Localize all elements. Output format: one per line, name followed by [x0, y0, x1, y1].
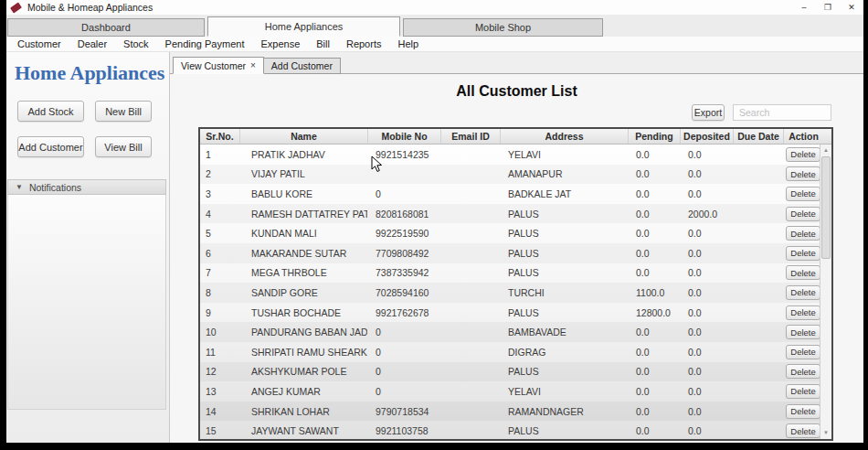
table-row: 12 AKSHYKUMAR POLE 0 PALUS 0.0 0.0 [200, 362, 831, 382]
delete-button[interactable]: Delete [786, 207, 820, 221]
tab-close-icon[interactable]: × [250, 60, 256, 70]
col-header-mobile[interactable]: Mobile No [367, 129, 440, 144]
delete-button[interactable]: Delete [786, 187, 820, 201]
delete-button[interactable]: Delete [786, 226, 820, 241]
top-tab-strip: Dashboard Home Appliances Mobile Shop [6, 15, 863, 37]
table-row: 8 SANDIP GORE 7028594160 TURCHI 1100.0 0… [200, 283, 831, 303]
cell-address: BAMBAVADE [500, 327, 628, 338]
delete-button[interactable]: Delete [786, 285, 820, 300]
table-row: 13 ANGEJ KUMAR 0 YELAVI 0.0 0.0 D [200, 381, 831, 402]
tab-mobile-shop[interactable]: Mobile Shop [403, 18, 603, 37]
delete-button[interactable]: Delete [786, 166, 820, 181]
cell-srno: 10 [200, 327, 239, 338]
col-header-name[interactable]: Name [239, 129, 367, 144]
delete-button[interactable]: Delete [786, 325, 820, 339]
cell-name: KUNDAN MALI [239, 228, 367, 239]
tab-view-customer[interactable]: View Customer × [173, 57, 264, 74]
delete-button[interactable]: Delete [786, 423, 820, 438]
cell-name: MEGA THRBOLE [239, 267, 367, 278]
table-header-row: Sr.No. Name Mobile No Email ID Address P… [200, 129, 831, 145]
table-row: 11 SHRIPATI RAMU SHEARKAR 0 DIGRAG 0.0 0… [200, 342, 831, 362]
menu-expense[interactable]: Expense [252, 38, 308, 49]
table-scrollbar[interactable]: ▲ ▼ [820, 145, 831, 439]
menu-stock[interactable]: Stock [115, 38, 157, 49]
col-header-pending[interactable]: Pending [628, 129, 680, 144]
menu-bill[interactable]: Bill [308, 38, 338, 49]
new-bill-button[interactable]: New Bill [95, 101, 152, 122]
sidebar-button-grid: Add Stock New Bill Add Customer View Bil… [17, 101, 152, 157]
tab-add-customer[interactable]: Add Customer [264, 58, 341, 74]
cell-pending: 0.0 [628, 406, 680, 417]
cell-address: BADKALE JAT [500, 188, 628, 199]
cell-name: MAKARANDE SUTAR [239, 248, 367, 259]
cell-srno: 4 [200, 209, 239, 220]
app-icon [10, 2, 22, 13]
cell-action: Delete [783, 147, 823, 162]
menu-dealer[interactable]: Dealer [69, 38, 115, 49]
menu-customer[interactable]: Customer [9, 38, 69, 49]
col-header-address[interactable]: Address [500, 129, 628, 144]
notifications-header[interactable]: ▼ Notifications [7, 179, 166, 195]
cell-pending: 12800.0 [628, 307, 680, 318]
table-row: 7 MEGA THRBOLE 7387335942 PALUS 0.0 0.0 [200, 263, 831, 284]
cell-name: ANGEJ KUMAR [239, 386, 367, 397]
delete-button[interactable]: Delete [786, 246, 820, 261]
delete-button[interactable]: Delete [786, 364, 820, 379]
cell-mobile: 0 [367, 347, 440, 358]
cell-name: RAMESH DATTATREY PATIL [239, 209, 367, 220]
cell-pending: 1100.0 [628, 287, 680, 298]
cell-action: Delete [783, 187, 823, 201]
delete-button[interactable]: Delete [786, 384, 820, 399]
table-row: 14 SHRIKAN LOHAR 9790718534 RAMANDNAGER … [200, 402, 831, 422]
scroll-up-icon[interactable]: ▲ [820, 145, 831, 155]
delete-button[interactable]: Delete [786, 147, 820, 162]
cell-action: Delete [783, 384, 823, 399]
table-row: 2 VIJAY PATIL AMANAPUR 0.0 0.0 D [200, 165, 831, 185]
delete-button[interactable]: Delete [786, 345, 820, 359]
scrollbar-thumb[interactable] [821, 156, 831, 259]
cell-action: Delete [783, 404, 823, 419]
menu-reports[interactable]: Reports [338, 38, 390, 49]
cell-name: SANDIP GORE [239, 287, 367, 298]
cell-deposited: 2000.0 [680, 209, 733, 220]
cell-name: TUSHAR BOCHADE [239, 307, 367, 318]
cell-action: Delete [783, 166, 823, 181]
cell-srno: 8 [200, 287, 239, 298]
cell-srno: 3 [200, 188, 239, 199]
search-input[interactable] [733, 104, 831, 121]
cell-srno: 14 [200, 406, 239, 417]
col-header-duedate[interactable]: Due Date [733, 129, 783, 144]
menu-help[interactable]: Help [389, 38, 427, 49]
close-button[interactable]: ✕ [840, 0, 863, 15]
cell-srno: 1 [200, 149, 239, 160]
add-customer-button[interactable]: Add Customer [17, 136, 84, 157]
restore-button[interactable]: ❐ [816, 0, 840, 15]
cell-deposited: 0.0 [680, 386, 733, 397]
add-stock-button[interactable]: Add Stock [17, 101, 84, 122]
delete-button[interactable]: Delete [786, 265, 820, 280]
minimize-button[interactable]: – [792, 0, 816, 15]
cell-mobile: 0 [367, 386, 440, 397]
tab-home-appliances[interactable]: Home Appliances [207, 16, 400, 37]
delete-button[interactable]: Delete [786, 404, 820, 419]
sidebar-title: Home Appliances [15, 61, 169, 85]
col-header-email[interactable]: Email ID [440, 129, 500, 144]
col-header-deposited[interactable]: Deposited [680, 129, 733, 144]
col-header-action: Action [783, 129, 823, 144]
col-header-srno[interactable]: Sr.No. [200, 129, 239, 144]
cell-srno: 12 [200, 366, 239, 377]
screen: Mobile & Homeap Appliances – ❐ ✕ Dashboa… [0, 0, 868, 450]
delete-button[interactable]: Delete [786, 305, 820, 320]
cell-pending: 0.0 [628, 248, 680, 259]
main-panel: View Customer × Add Customer All Custome… [170, 52, 863, 443]
cell-deposited: 0.0 [680, 406, 733, 417]
cell-pending: 0.0 [628, 267, 680, 278]
menu-pending-payment[interactable]: Pending Payment [157, 38, 253, 49]
view-bill-button[interactable]: View Bill [95, 136, 152, 157]
tab-dashboard[interactable]: Dashboard [7, 18, 205, 37]
scroll-down-icon[interactable]: ▼ [820, 427, 831, 438]
export-button[interactable]: Export [692, 104, 725, 121]
cell-name: VIJAY PATIL [239, 168, 367, 179]
table-row: 6 MAKARANDE SUTAR 7709808492 PALUS 0.0 0… [200, 243, 831, 263]
table-row: 1 PRATIK JADHAV 9921514235 YELAVI 0.0 0.… [200, 145, 831, 165]
